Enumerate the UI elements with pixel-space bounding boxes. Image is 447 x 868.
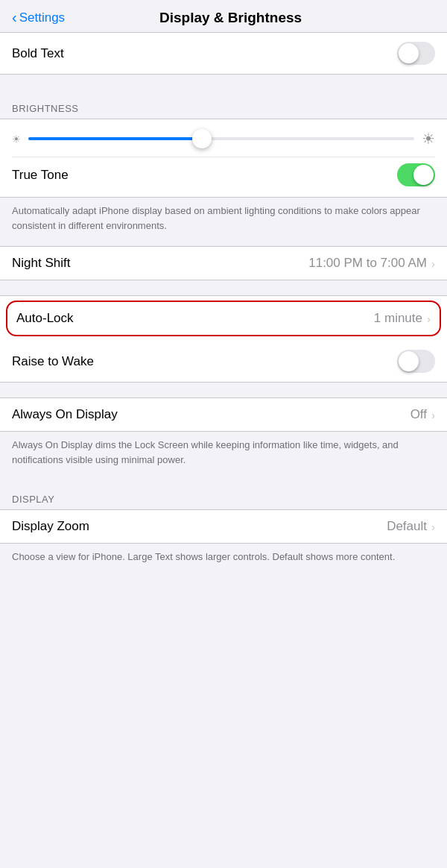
auto-lock-value: 1 minute bbox=[374, 311, 422, 326]
back-label[interactable]: Settings bbox=[19, 10, 65, 25]
display-zoom-section: Display Zoom Default › bbox=[0, 509, 447, 544]
always-on-display-row[interactable]: Always On Display Off › bbox=[0, 398, 447, 431]
bold-text-row[interactable]: Bold Text bbox=[0, 33, 447, 74]
auto-lock-row[interactable]: Auto-Lock 1 minute › bbox=[6, 301, 441, 336]
night-shift-row[interactable]: Night Shift 11:00 PM to 7:00 AM › bbox=[0, 247, 447, 280]
brightness-low-icon bbox=[12, 132, 21, 145]
brightness-section-label: BRIGHTNESS bbox=[0, 89, 447, 119]
toggle-knob-true-tone bbox=[413, 165, 434, 185]
spacer-3 bbox=[0, 383, 447, 397]
toggle-knob bbox=[399, 43, 419, 63]
display-zoom-footer: Choose a view for iPhone. Large Text sho… bbox=[0, 544, 447, 578]
spacer-2 bbox=[0, 280, 447, 295]
brightness-high-icon bbox=[422, 130, 435, 148]
always-on-display-chevron-icon: › bbox=[431, 409, 435, 421]
raise-to-wake-row[interactable]: Raise to Wake bbox=[0, 341, 447, 382]
nav-header: ‹ Settings Display & Brightness bbox=[0, 0, 447, 33]
page-title: Display & Brightness bbox=[71, 10, 390, 26]
display-zoom-label: Display Zoom bbox=[12, 519, 387, 534]
brightness-section: True Tone bbox=[0, 119, 447, 198]
auto-lock-section: Auto-Lock 1 minute › Raise to Wake bbox=[0, 295, 447, 383]
always-on-display-value: Off bbox=[410, 407, 427, 422]
slider-thumb bbox=[192, 129, 212, 148]
raise-to-wake-toggle[interactable] bbox=[397, 350, 435, 373]
night-shift-value: 11:00 PM to 7:00 AM bbox=[308, 256, 427, 271]
display-zoom-chevron-icon: › bbox=[431, 521, 435, 533]
raise-to-wake-label: Raise to Wake bbox=[12, 354, 397, 369]
auto-lock-label: Auto-Lock bbox=[16, 311, 374, 326]
toggle-knob-raise bbox=[399, 351, 419, 371]
display-zoom-value: Default bbox=[387, 519, 427, 534]
always-on-display-section: Always On Display Off › bbox=[0, 397, 447, 432]
always-on-display-footer: Always On Display dims the Lock Screen w… bbox=[0, 432, 447, 480]
night-shift-chevron-icon: › bbox=[431, 257, 435, 270]
bold-text-toggle[interactable] bbox=[397, 42, 435, 65]
display-section-label: DISPLAY bbox=[0, 480, 447, 509]
true-tone-label: True Tone bbox=[12, 168, 69, 183]
spacer-1 bbox=[0, 75, 447, 89]
bold-text-section: Bold Text bbox=[0, 33, 447, 75]
back-button[interactable]: ‹ Settings bbox=[12, 9, 65, 26]
night-shift-section: Night Shift 11:00 PM to 7:00 AM › bbox=[0, 246, 447, 280]
night-shift-label: Night Shift bbox=[12, 256, 308, 271]
slider-fill bbox=[28, 137, 202, 140]
always-on-display-label: Always On Display bbox=[12, 407, 410, 422]
display-zoom-row[interactable]: Display Zoom Default › bbox=[0, 510, 447, 543]
true-tone-row[interactable]: True Tone bbox=[12, 157, 435, 186]
auto-lock-chevron-icon: › bbox=[427, 312, 431, 325]
bold-text-label: Bold Text bbox=[12, 46, 397, 61]
brightness-slider-row bbox=[12, 130, 435, 148]
true-tone-toggle[interactable] bbox=[397, 163, 435, 186]
back-chevron-icon: ‹ bbox=[12, 9, 17, 26]
brightness-slider[interactable] bbox=[28, 137, 414, 140]
true-tone-footer: Automatically adapt iPhone display based… bbox=[0, 198, 447, 246]
